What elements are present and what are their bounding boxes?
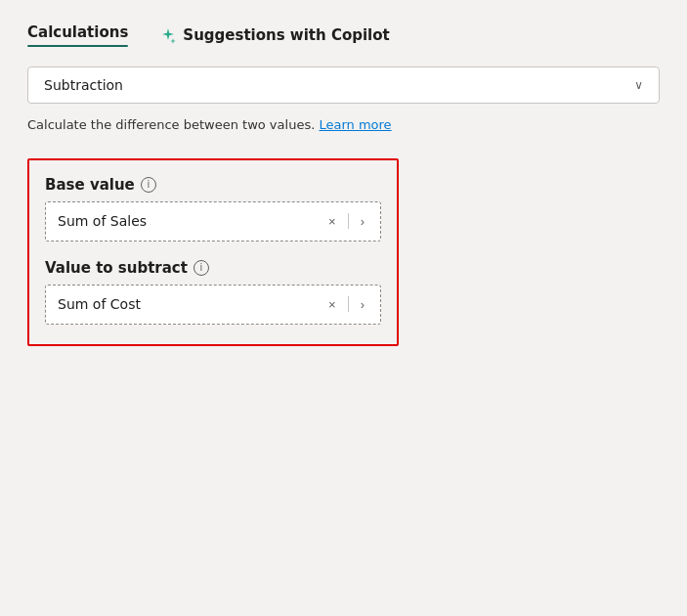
subtract-value-info-icon[interactable]: i — [193, 260, 209, 276]
base-value-expand-button[interactable]: › — [357, 212, 368, 231]
base-value-field[interactable]: Sum of Sales × › — [45, 201, 381, 242]
subtract-value-text: Sum of Cost — [58, 296, 141, 312]
base-value-field-outer: Sum of Sales × › — [45, 201, 381, 242]
highlight-section: Base value i Sum of Sales × › Val — [27, 158, 399, 346]
operation-dropdown[interactable]: Subtraction ∨ — [27, 66, 660, 104]
base-value-info-icon[interactable]: i — [141, 177, 156, 193]
dropdown-value: Subtraction — [44, 77, 123, 93]
base-value-label: Base value — [45, 176, 135, 194]
base-value-actions: × › — [324, 212, 368, 231]
learn-more-link[interactable]: Learn more — [319, 117, 391, 132]
base-value-clear-button[interactable]: × — [324, 212, 340, 231]
subtract-value-label-row: Value to subtract i — [45, 259, 381, 277]
tab-copilot[interactable]: Suggestions with Copilot — [159, 26, 389, 44]
base-value-group: Base value i Sum of Sales × › — [45, 176, 381, 242]
base-value-label-row: Base value i — [45, 176, 381, 194]
subtract-value-group: Value to subtract i Sum of Cost × › — [45, 259, 381, 325]
panel: Calculations Suggestions with Copilot Su… — [0, 0, 687, 616]
subtract-value-field[interactable]: Sum of Cost × › — [45, 285, 381, 325]
tab-bar: Calculations Suggestions with Copilot — [27, 23, 660, 47]
tab-calculations[interactable]: Calculations — [27, 23, 128, 47]
base-value-separator — [348, 213, 349, 229]
description-text: Calculate the difference between two val… — [27, 115, 660, 135]
subtract-value-expand-button[interactable]: › — [357, 295, 368, 314]
subtract-value-separator — [348, 296, 349, 312]
subtract-value-actions: × › — [324, 295, 368, 314]
subtract-value-field-outer: Sum of Cost × › — [45, 285, 381, 325]
copilot-icon — [159, 26, 177, 44]
chevron-down-icon: ∨ — [634, 78, 643, 92]
base-value-text: Sum of Sales — [58, 213, 147, 229]
subtract-value-clear-button[interactable]: × — [324, 295, 340, 314]
subtract-value-label: Value to subtract — [45, 259, 188, 277]
